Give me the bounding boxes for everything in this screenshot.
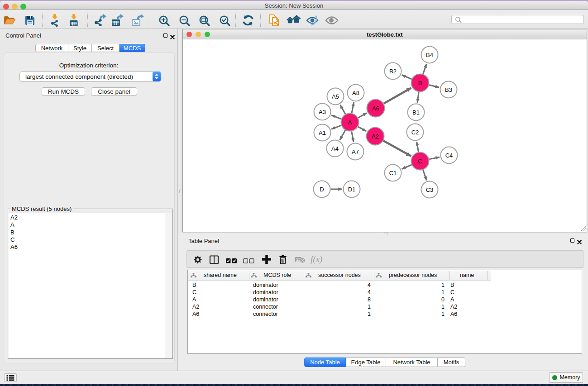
svg-text:C3: C3 xyxy=(425,186,433,193)
svg-text:A5: A5 xyxy=(332,93,339,100)
svg-text:D: D xyxy=(320,186,324,193)
svg-text:B1: B1 xyxy=(412,109,420,116)
svg-text:A7: A7 xyxy=(352,148,359,155)
svg-text:B3: B3 xyxy=(445,86,452,93)
svg-text:A2: A2 xyxy=(372,133,379,140)
svg-text:A6: A6 xyxy=(372,105,379,112)
svg-text:A1: A1 xyxy=(319,129,326,136)
svg-text:D1: D1 xyxy=(348,186,355,193)
svg-text:C1: C1 xyxy=(389,170,397,176)
svg-text:B4: B4 xyxy=(426,52,433,58)
svg-text:A: A xyxy=(348,119,352,126)
svg-text:A3: A3 xyxy=(319,109,326,115)
svg-text:B: B xyxy=(418,80,422,86)
svg-text:C: C xyxy=(418,158,422,165)
svg-text:B2: B2 xyxy=(389,68,397,75)
svg-text:C2: C2 xyxy=(411,129,419,136)
svg-text:C4: C4 xyxy=(445,152,453,159)
svg-text:A4: A4 xyxy=(331,145,339,152)
svg-text:A8: A8 xyxy=(352,90,359,96)
